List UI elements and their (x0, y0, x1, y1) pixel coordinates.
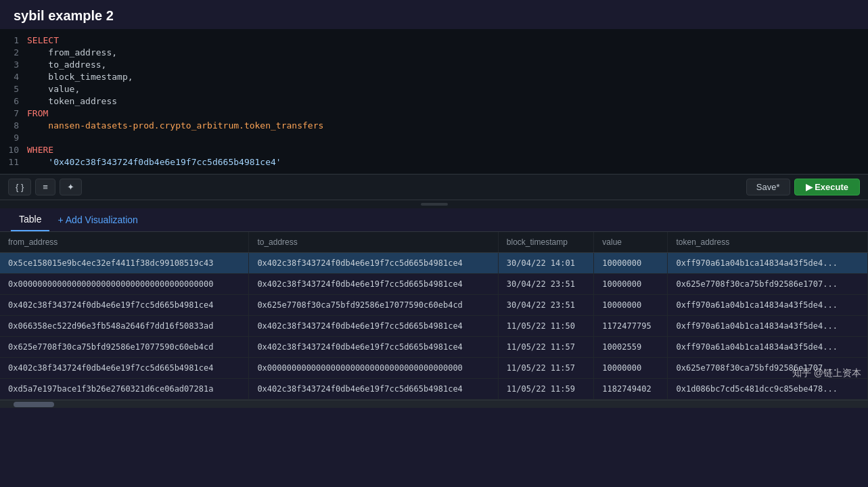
cell-token_address: 0xff970a61a04b1ca14834a43f5de4... (668, 253, 868, 274)
cell-from_address: 0x066358ec522d96e3fb548a2646f7dd16f50833… (0, 316, 249, 337)
scrollbar-thumb[interactable] (14, 402, 54, 407)
results-table-container[interactable]: from_address to_address block_timestamp … (0, 232, 868, 400)
drag-handle[interactable] (0, 200, 868, 208)
cell-from_address: 0x402c38f343724f0db4e6e19f7cc5d665b4981c… (0, 295, 249, 316)
table-row: 0x00000000000000000000000000000000000000… (0, 274, 868, 295)
cell-value: 10000000 (594, 295, 668, 316)
table-header-row: from_address to_address block_timestamp … (0, 232, 868, 253)
table-row: 0xd5a7e197bace1f3b26e2760321d6ce06ad0728… (0, 379, 868, 400)
cell-block_timestamp: 30/04/22 23:51 (498, 274, 594, 295)
cell-token_address: 0x625e7708f30ca75bfd92586e1707... (668, 274, 868, 295)
add-visualization-button[interactable]: + Add Visualization (55, 209, 140, 231)
table-row: 0x066358ec522d96e3fb548a2646f7dd16f50833… (0, 316, 868, 337)
code-line-5: 5 value, (0, 83, 868, 95)
page-title: sybil example 2 (0, 0, 868, 29)
cell-token_address: 0x1d086bc7cd5c481dcc9c85ebe478... (668, 379, 868, 400)
col-header-to-address: to_address (249, 232, 498, 253)
code-line-1: 1 SELECT (0, 34, 868, 47)
table-row: 0x625e7708f30ca75bfd92586e17077590c60eb4… (0, 337, 868, 358)
code-line-11: 11 '0x402c38f343724f0db4e6e19f7cc5d665b4… (0, 156, 868, 168)
cell-to_address: 0x402c38f343724f0db4e6e19f7cc5d665b4981c… (249, 337, 498, 358)
code-line-6: 6 token_address (0, 95, 868, 108)
col-header-block-timestamp: block_timestamp (498, 232, 594, 253)
code-line-3: 3 to_address, (0, 59, 868, 71)
cell-from_address: 0x402c38f343724f0db4e6e19f7cc5d665b4981c… (0, 358, 249, 379)
tab-table[interactable]: Table (11, 208, 49, 231)
cell-block_timestamp: 11/05/22 11:57 (498, 358, 594, 379)
results-table: from_address to_address block_timestamp … (0, 232, 868, 400)
table-row: 0x402c38f343724f0db4e6e19f7cc5d665b4981c… (0, 358, 868, 379)
watermark: 知乎 @链上资本 (792, 367, 861, 379)
cell-block_timestamp: 30/04/22 23:51 (498, 295, 594, 316)
cell-from_address: 0xd5a7e197bace1f3b26e2760321d6ce06ad0728… (0, 379, 249, 400)
cell-value: 1172477795 (594, 316, 668, 337)
col-header-token-address: token_address (668, 232, 868, 253)
col-header-value: value (594, 232, 668, 253)
cell-value: 1182749402 (594, 379, 668, 400)
table-row: 0x5ce158015e9bc4ec32ef4411f38dc99108519c… (0, 253, 868, 274)
cell-token_address: 0xff970a61a04b1ca14834a43f5de4... (668, 316, 868, 337)
cell-token_address: 0xff970a61a04b1ca14834a43f5de4... (668, 337, 868, 358)
horizontal-scrollbar[interactable] (0, 400, 868, 408)
code-line-8: 8 nansen-datasets-prod.crypto_arbitrum.t… (0, 120, 868, 132)
cell-value: 10002559 (594, 337, 668, 358)
execute-button[interactable]: ▶ Execute (794, 179, 860, 195)
code-line-9: 9 (0, 132, 868, 144)
tabs-bar: Table + Add Visualization (0, 208, 868, 232)
code-line-2: 2 from_address, (0, 47, 868, 59)
cell-value: 10000000 (594, 274, 668, 295)
cell-to_address: 0x402c38f343724f0db4e6e19f7cc5d665b4981c… (249, 253, 498, 274)
cell-to_address: 0x402c38f343724f0db4e6e19f7cc5d665b4981c… (249, 274, 498, 295)
star-button[interactable]: ✦ (60, 179, 82, 195)
code-line-7: 7 FROM (0, 108, 868, 120)
cell-to_address: 0x402c38f343724f0db4e6e19f7cc5d665b4981c… (249, 379, 498, 400)
cell-from_address: 0x00000000000000000000000000000000000000… (0, 274, 249, 295)
cell-block_timestamp: 11/05/22 11:59 (498, 379, 594, 400)
code-editor[interactable]: 1 SELECT 2 from_address, 3 to_address, 4… (0, 29, 868, 175)
cell-to_address: 0x402c38f343724f0db4e6e19f7cc5d665b4981c… (249, 316, 498, 337)
drag-handle-bar (421, 203, 448, 206)
cell-from_address: 0x5ce158015e9bc4ec32ef4411f38dc99108519c… (0, 253, 249, 274)
code-line-4: 4 block_timestamp, (0, 71, 868, 83)
col-header-from-address: from_address (0, 232, 249, 253)
cell-from_address: 0x625e7708f30ca75bfd92586e17077590c60eb4… (0, 337, 249, 358)
toolbar: { } ≡ ✦ Save* ▶ Execute (0, 175, 868, 200)
cell-to_address: 0x00000000000000000000000000000000000000… (249, 358, 498, 379)
json-format-button[interactable]: { } (8, 179, 31, 195)
cell-block_timestamp: 11/05/22 11:57 (498, 337, 594, 358)
save-button[interactable]: Save* (746, 179, 790, 195)
cell-token_address: 0xff970a61a04b1ca14834a43f5de4... (668, 295, 868, 316)
cell-block_timestamp: 11/05/22 11:50 (498, 316, 594, 337)
code-line-10: 10 WHERE (0, 144, 868, 156)
cell-value: 10000000 (594, 253, 668, 274)
cell-value: 10000000 (594, 358, 668, 379)
cell-to_address: 0x625e7708f30ca75bfd92586e17077590c60eb4… (249, 295, 498, 316)
cell-block_timestamp: 30/04/22 14:01 (498, 253, 594, 274)
list-format-button[interactable]: ≡ (35, 179, 55, 195)
table-row: 0x402c38f343724f0db4e6e19f7cc5d665b4981c… (0, 295, 868, 316)
